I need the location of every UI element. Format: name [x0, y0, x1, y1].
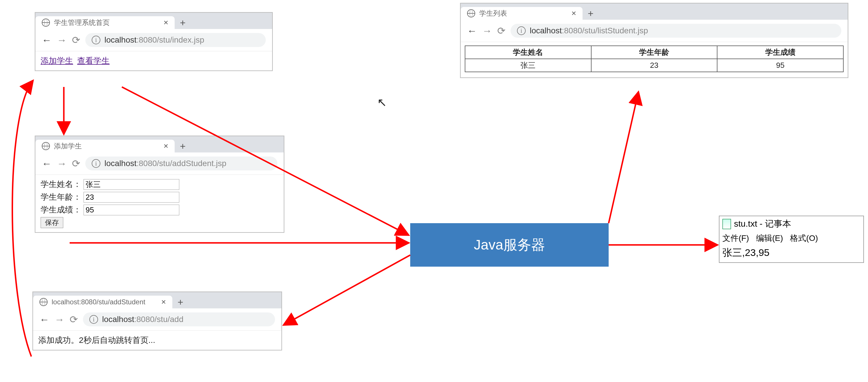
- input-score[interactable]: [84, 205, 179, 215]
- th-name: 学生姓名: [465, 46, 591, 59]
- svg-line-4: [609, 93, 638, 223]
- url-rest: :8080/stu/add: [134, 315, 184, 324]
- back-icon[interactable]: ←: [39, 314, 49, 325]
- link-add-student[interactable]: 添加学生: [41, 56, 73, 65]
- label-age: 学生年龄：: [41, 192, 81, 203]
- forward-icon[interactable]: →: [482, 25, 492, 37]
- url-field[interactable]: i localhost:8080/stu/add: [83, 312, 275, 326]
- tab-index[interactable]: 学生管理系统首页 ×: [35, 16, 175, 29]
- result-message: 添加成功。2秒后自动跳转首页...: [38, 336, 155, 345]
- menu-format[interactable]: 格式(O): [790, 233, 818, 244]
- back-icon[interactable]: ←: [42, 34, 52, 46]
- address-bar: ← → ⟳ i localhost:8080/stu/addStudent.js…: [35, 152, 284, 175]
- td-age: 23: [591, 59, 717, 72]
- url-field[interactable]: i localhost:8080/stu/addStudent.jsp: [85, 157, 277, 170]
- input-name[interactable]: [84, 179, 179, 190]
- save-button[interactable]: 保存: [41, 217, 63, 228]
- tab-title: 添加学生: [54, 141, 82, 151]
- globe-icon: [467, 9, 475, 18]
- label-name: 学生姓名：: [41, 179, 81, 190]
- reload-icon[interactable]: ⟳: [497, 25, 505, 37]
- svg-line-3: [284, 255, 410, 324]
- url-host: localhost: [104, 159, 137, 168]
- globe-icon: [42, 19, 50, 27]
- address-bar: ← → ⟳ i localhost:8080/stu/add: [33, 308, 281, 331]
- notepad-titlebar: stu.txt - 记事本: [719, 216, 863, 232]
- info-icon[interactable]: i: [92, 159, 100, 168]
- browser-window-index: 学生管理系统首页 × + ← → ⟳ i localhost:8080/stu/…: [35, 12, 273, 71]
- globe-icon: [39, 298, 48, 306]
- reload-icon[interactable]: ⟳: [72, 34, 80, 46]
- info-icon[interactable]: i: [89, 315, 98, 324]
- student-table: 学生姓名 学生年龄 学生成绩 张三 23 95: [465, 45, 844, 72]
- table-row: 张三 23 95: [465, 59, 843, 72]
- new-tab-button[interactable]: +: [175, 16, 191, 29]
- address-bar: ← → ⟳ i localhost:8080/stu/index.jsp: [35, 29, 272, 51]
- page-body: 添加学生 查看学生: [35, 51, 272, 70]
- menu-edit[interactable]: 编辑(E): [756, 233, 783, 244]
- notepad-menu: 文件(F) 编辑(E) 格式(O): [719, 232, 863, 245]
- close-icon[interactable]: ×: [164, 141, 168, 151]
- address-bar: ← → ⟳ i localhost:8080/stu/listStudent.j…: [461, 20, 848, 42]
- td-score: 95: [717, 59, 843, 72]
- url-rest: :8080/stu/addStudent.jsp: [137, 159, 226, 168]
- java-server-box: Java服务器: [410, 223, 609, 267]
- server-label: Java服务器: [474, 236, 545, 254]
- td-name: 张三: [465, 59, 591, 72]
- th-score: 学生成绩: [717, 46, 843, 59]
- tab-result[interactable]: localhost:8080/stu/addStudent ×: [33, 296, 172, 308]
- close-icon[interactable]: ×: [161, 298, 166, 307]
- tab-add[interactable]: 添加学生 ×: [35, 140, 175, 152]
- page-body: 学生姓名 学生年龄 学生成绩 张三 23 95: [461, 42, 848, 77]
- tab-list[interactable]: 学生列表 ×: [461, 7, 583, 20]
- tab-title: 学生列表: [479, 9, 507, 18]
- url-host: localhost: [530, 26, 562, 35]
- url-field[interactable]: i localhost:8080/stu/index.jsp: [85, 33, 266, 47]
- cursor-icon: ↖: [377, 96, 387, 109]
- page-body: 添加成功。2秒后自动跳转首页...: [33, 331, 281, 350]
- notepad-window: stu.txt - 记事本 文件(F) 编辑(E) 格式(O) 张三,23,95: [719, 216, 864, 263]
- tab-bar: 添加学生 × +: [35, 136, 284, 152]
- notepad-content: 张三,23,95: [719, 245, 863, 262]
- input-age[interactable]: [84, 192, 179, 203]
- tab-bar: 学生管理系统首页 × +: [35, 13, 272, 29]
- reload-icon[interactable]: ⟳: [70, 314, 78, 325]
- back-icon[interactable]: ←: [42, 158, 52, 169]
- url-rest: :8080/stu/index.jsp: [137, 35, 205, 44]
- back-icon[interactable]: ←: [467, 25, 477, 37]
- browser-window-list: 学生列表 × + ← → ⟳ i localhost:8080/stu/list…: [460, 3, 848, 78]
- menu-file[interactable]: 文件(F): [722, 233, 749, 244]
- tab-bar: 学生列表 × +: [461, 3, 848, 20]
- forward-icon[interactable]: →: [55, 314, 64, 325]
- forward-icon[interactable]: →: [57, 158, 67, 169]
- tab-title: 学生管理系统首页: [54, 18, 110, 27]
- browser-window-result: localhost:8080/stu/addStudent × + ← → ⟳ …: [32, 291, 282, 350]
- info-icon[interactable]: i: [92, 36, 100, 44]
- tab-title: localhost:8080/stu/addStudent: [52, 298, 145, 306]
- reload-icon[interactable]: ⟳: [72, 158, 80, 169]
- info-icon[interactable]: i: [517, 26, 526, 35]
- url-field[interactable]: i localhost:8080/stu/listStudent.jsp: [510, 24, 841, 38]
- url-rest: :8080/stu/listStudent.jsp: [562, 26, 648, 35]
- page-body: 学生姓名： 学生年龄： 学生成绩： 保存: [35, 175, 284, 232]
- link-view-students[interactable]: 查看学生: [77, 56, 110, 65]
- globe-icon: [42, 142, 50, 150]
- label-score: 学生成绩：: [41, 204, 81, 215]
- url-host: localhost: [104, 35, 137, 44]
- th-age: 学生年龄: [591, 46, 717, 59]
- new-tab-button[interactable]: +: [175, 140, 191, 152]
- close-icon[interactable]: ×: [571, 9, 576, 18]
- tab-bar: localhost:8080/stu/addStudent × +: [33, 292, 281, 308]
- notepad-title: stu.txt - 记事本: [734, 218, 791, 230]
- new-tab-button[interactable]: +: [583, 7, 599, 20]
- url-host: localhost: [102, 315, 134, 324]
- notepad-icon: [722, 219, 731, 229]
- browser-window-add: 添加学生 × + ← → ⟳ i localhost:8080/stu/addS…: [35, 136, 284, 233]
- new-tab-button[interactable]: +: [172, 296, 189, 308]
- forward-icon[interactable]: →: [57, 34, 67, 46]
- close-icon[interactable]: ×: [164, 18, 168, 27]
